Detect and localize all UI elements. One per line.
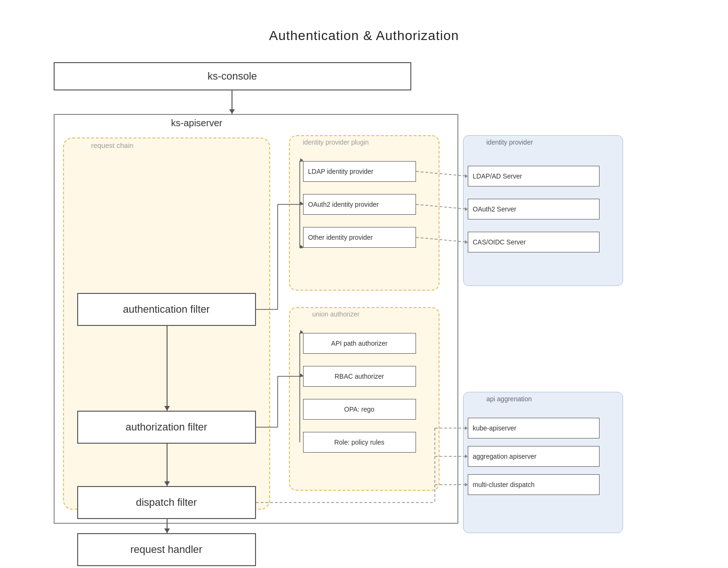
- arrow-console-to-apiserver: [232, 90, 232, 114]
- idp-prov-ldap-box: LDAP/AD Server: [468, 166, 600, 187]
- auth-api-path-label: API path authorizer: [331, 340, 388, 347]
- idp-prov-oauth2-box: OAuth2 Server: [468, 199, 600, 219]
- auth-role-label: Role: policy rules: [334, 438, 384, 446]
- api-aggr-aggregation-box: aggregation apiserver: [468, 446, 600, 467]
- auth-rbac-box: RBAC authorizer: [303, 366, 416, 387]
- idp-other-box: Other identity provider: [303, 227, 416, 248]
- authentication-filter-label: authentication filter: [123, 303, 210, 316]
- authorization-filter-box: authorization filter: [77, 411, 256, 444]
- idp-plugin-label: identity provider plugin: [303, 138, 369, 146]
- ks-console-box: ks-console: [54, 62, 411, 90]
- auth-api-path-box: API path authorizer: [303, 333, 416, 354]
- idp-prov-ldap-label: LDAP/AD Server: [473, 172, 522, 180]
- idp-prov-cas-box: CAS/OIDC Server: [468, 232, 600, 252]
- api-aggr-multi-label: multi-cluster dispatch: [473, 481, 535, 488]
- ks-apiserver-label: ks-apiserver: [171, 118, 223, 129]
- dispatch-filter-label: dispatch filter: [136, 496, 197, 509]
- dispatch-filter-box: dispatch filter: [77, 486, 256, 519]
- idp-oauth2-label: OAuth2 identity provider: [308, 201, 379, 208]
- request-handler-box: request handler: [77, 533, 256, 566]
- authorization-filter-label: authorization filter: [126, 421, 208, 433]
- idp-ldap-box: LDAP identity provider: [303, 161, 416, 182]
- auth-opa-box: OPA: rego: [303, 399, 416, 420]
- auth-opa-label: OPA: rego: [344, 406, 374, 413]
- idp-other-label: Other identity provider: [308, 234, 373, 241]
- identity-provider-label: identity provider: [487, 138, 533, 146]
- ks-console-label: ks-console: [208, 70, 257, 82]
- arrow-auth-to-authz: [167, 326, 168, 411]
- request-handler-label: request handler: [130, 544, 202, 556]
- idp-ldap-label: LDAP identity provider: [308, 168, 374, 175]
- union-authorizer-label: union authorizer: [312, 310, 360, 318]
- request-chain-label: request chain: [91, 141, 134, 149]
- api-aggr-multi-box: multi-cluster dispatch: [468, 474, 600, 495]
- api-aggregation-label: api aggrenation: [487, 395, 532, 403]
- idp-oauth2-box: OAuth2 identity provider: [303, 194, 416, 215]
- auth-rbac-label: RBAC authorizer: [335, 373, 384, 380]
- api-aggr-kube-label: kube-apiserver: [473, 424, 517, 432]
- api-aggr-kube-box: kube-apiserver: [468, 418, 600, 438]
- arrow-authz-to-dispatch: [167, 444, 168, 486]
- api-aggr-aggregation-label: aggregation apiserver: [473, 453, 536, 460]
- arrow-dispatch-to-handler: [167, 519, 168, 533]
- page-title: Authentication & Authorization: [269, 28, 459, 43]
- diagram: ks-console ks-apiserver request chain au…: [25, 62, 703, 557]
- idp-prov-cas-label: CAS/OIDC Server: [473, 238, 526, 246]
- authentication-filter-box: authentication filter: [77, 293, 256, 326]
- idp-prov-oauth2-label: OAuth2 Server: [473, 205, 517, 213]
- auth-role-box: Role: policy rules: [303, 432, 416, 453]
